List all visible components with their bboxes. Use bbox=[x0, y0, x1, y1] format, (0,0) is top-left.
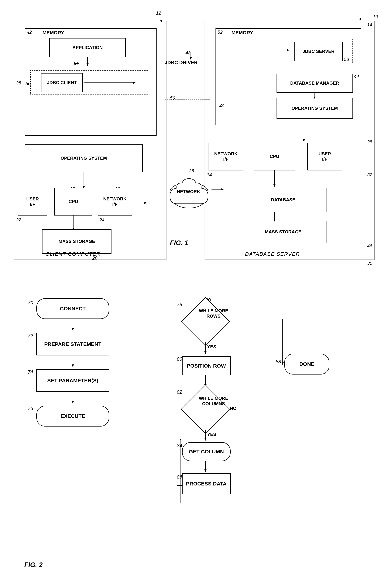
network-if-client-box: NETWORK I/F bbox=[98, 188, 132, 216]
database-box: DATABASE bbox=[240, 188, 326, 212]
svg-marker-49 bbox=[204, 351, 207, 354]
ref-78: 78 bbox=[177, 302, 182, 307]
ref-54: 54 bbox=[74, 61, 79, 66]
memory-server-label: MEMORY bbox=[231, 30, 253, 36]
jdbc-server-dashed: JDBC SERVER 58 bbox=[221, 39, 353, 63]
svg-marker-40 bbox=[72, 328, 74, 331]
jdbc-client-label: JDBC CLIENT bbox=[47, 80, 77, 85]
network-label: NETWORK bbox=[177, 189, 200, 194]
ref-40: 40 bbox=[219, 103, 224, 109]
network-to-server-arrow bbox=[211, 187, 225, 193]
ref-80: 80 bbox=[177, 356, 182, 362]
svg-marker-59 bbox=[204, 469, 207, 472]
os-down-arrow bbox=[82, 172, 85, 190]
execute-down-arrow bbox=[71, 427, 75, 444]
ref-46: 46 bbox=[367, 243, 372, 249]
prepare-arrow bbox=[71, 355, 75, 369]
os-server-box: OPERATING SYSTEM bbox=[277, 98, 353, 119]
ref-74: 74 bbox=[28, 369, 33, 375]
mass-storage-server-box: MASS STORAGE bbox=[240, 221, 326, 243]
svg-marker-17 bbox=[190, 57, 192, 60]
svg-marker-20 bbox=[287, 49, 290, 51]
yes-rows-label: YES bbox=[207, 344, 216, 349]
svg-marker-61 bbox=[179, 439, 181, 440]
os-server-down-arrow bbox=[302, 125, 308, 143]
while-rows-label: WHILE MORE ROWS bbox=[197, 308, 230, 319]
set-parameters-label: SET PARAMETER(S) bbox=[47, 378, 98, 384]
done-shape: DONE bbox=[284, 354, 329, 374]
ref-72: 72 bbox=[28, 333, 33, 338]
svg-marker-26 bbox=[273, 184, 276, 187]
svg-marker-7 bbox=[86, 57, 89, 59]
position-row-label: POSITION ROW bbox=[187, 363, 226, 369]
prepare-statement-shape: PREPARE STATEMENT bbox=[36, 333, 109, 355]
ref-28: 28 bbox=[367, 139, 372, 145]
connect-shape: CONNECT bbox=[36, 298, 109, 319]
jdbc-client-right-arrow bbox=[84, 80, 140, 87]
ref-24: 24 bbox=[99, 217, 104, 223]
process-left-connector bbox=[177, 484, 184, 487]
svg-marker-42 bbox=[72, 364, 74, 367]
process-to-whilecols-arrow bbox=[177, 439, 184, 508]
ref-22: 22 bbox=[16, 217, 21, 223]
getcol-arrow bbox=[204, 461, 207, 473]
no-cols-arrow bbox=[218, 402, 305, 471]
svg-marker-57 bbox=[204, 438, 207, 441]
set-parameters-shape: SET PARAMETER(S) bbox=[36, 369, 109, 392]
ref-50: 50 bbox=[26, 81, 30, 86]
svg-marker-9 bbox=[133, 82, 136, 84]
ref-82: 82 bbox=[177, 389, 182, 395]
ref-36: 36 bbox=[189, 168, 194, 174]
ref-76: 76 bbox=[28, 406, 33, 411]
yes-rows-arrow bbox=[204, 342, 207, 356]
memory-client-label: MEMORY bbox=[42, 30, 64, 36]
network-if-server-box: NETWORK I/F bbox=[209, 143, 243, 170]
done-label: DONE bbox=[299, 361, 314, 367]
svg-marker-65 bbox=[281, 362, 284, 365]
net-if-right-arrow bbox=[132, 201, 150, 206]
app-to-jdbc-arrow bbox=[86, 57, 96, 71]
user-if-right-label: USER I/F bbox=[319, 151, 331, 162]
db-manager-label: DATABASE MANAGER bbox=[290, 81, 339, 86]
network-cloud: NETWORK bbox=[167, 173, 211, 213]
ref-30: 30 bbox=[367, 261, 372, 266]
svg-marker-22 bbox=[314, 97, 316, 99]
cpu-mass-arrow bbox=[72, 216, 75, 231]
svg-marker-1 bbox=[359, 18, 361, 20]
process-data-label: PROCESS DATA bbox=[186, 481, 227, 487]
jdbc-driver-label: JDBC DRIVER bbox=[165, 60, 198, 65]
os-server-label: OPERATING SYSTEM bbox=[292, 106, 338, 111]
user-if-left-box: USER I/F bbox=[18, 188, 47, 216]
svg-marker-44 bbox=[72, 401, 74, 404]
ref-58: 58 bbox=[344, 57, 349, 62]
jdbc-client-dashed: 50 JDBC CLIENT bbox=[30, 70, 148, 95]
svg-marker-28 bbox=[273, 219, 276, 222]
execute-label: EXECUTE bbox=[60, 413, 85, 419]
yes-cols-label: YES bbox=[207, 432, 216, 437]
jdbc-client-box: JDBC CLIENT bbox=[41, 73, 83, 92]
execute-shape: EXECUTE bbox=[36, 406, 109, 427]
dbmgr-os-arrow bbox=[313, 93, 318, 100]
os-client-box: OPERATING SYSTEM bbox=[25, 144, 143, 172]
client-computer-box: 38 42 MEMORY APPLICATION 54 bbox=[14, 21, 167, 260]
network-if-server-label: NETWORK I/F bbox=[214, 151, 238, 162]
os-client-label: OPERATING SYSTEM bbox=[61, 155, 107, 161]
fig2-label: FIG. 2 bbox=[24, 561, 43, 568]
process-data-shape: PROCESS DATA bbox=[182, 473, 231, 494]
database-label: DATABASE bbox=[271, 197, 295, 203]
svg-marker-24 bbox=[303, 139, 305, 142]
svg-marker-13 bbox=[144, 202, 147, 204]
no-to-done-arrow bbox=[227, 317, 286, 366]
connect-label: CONNECT bbox=[60, 306, 86, 312]
no-rows-arrow bbox=[262, 311, 300, 315]
to-jdbc-server-arrow bbox=[221, 48, 294, 53]
ref-32: 32 bbox=[367, 172, 372, 178]
cpu-server-box: CPU bbox=[254, 143, 295, 170]
connect-arrow bbox=[71, 319, 75, 333]
position-row-shape: POSITION ROW bbox=[182, 356, 231, 375]
ref-70: 70 bbox=[28, 300, 33, 305]
mass-storage-client-box: MASS STORAGE bbox=[42, 229, 112, 254]
cpu-client-label: CPU bbox=[69, 199, 78, 204]
server-box: 14 52 MEMORY JDBC SERVER 58 bbox=[205, 21, 375, 260]
db-manager-box: DATABASE MANAGER bbox=[277, 74, 353, 93]
